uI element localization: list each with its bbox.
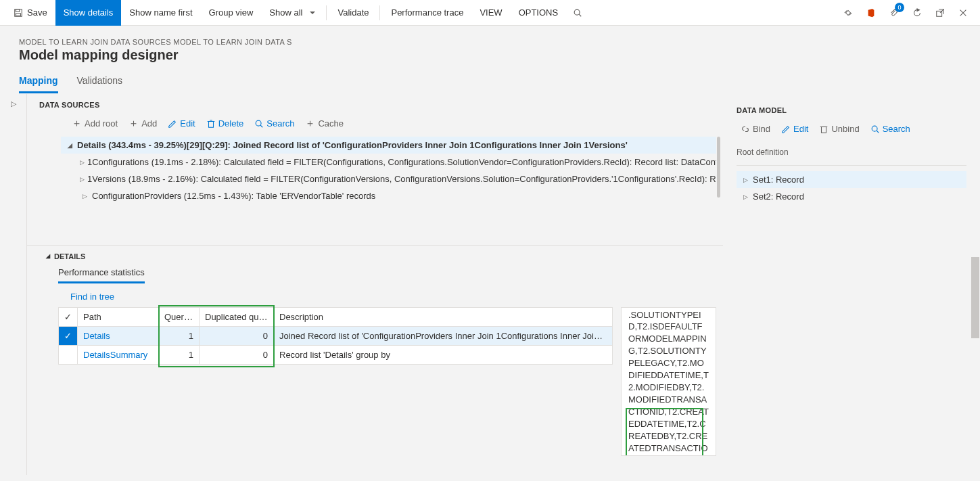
edit-button[interactable]: Edit	[164, 114, 199, 133]
left-gutter: ▷	[0, 94, 27, 475]
svg-line-12	[260, 125, 262, 127]
save-label: Save	[27, 7, 47, 18]
close-icon	[958, 8, 968, 18]
caret-icon[interactable]: ▷	[741, 193, 750, 200]
tree-scrollbar[interactable]	[717, 137, 720, 245]
cell-queries: 1	[159, 326, 200, 345]
body-region: ▷ DATA SOURCES ＋Add root ＋Add Edit Delet…	[0, 94, 980, 475]
details-toggle[interactable]: ◢DETAILS	[46, 252, 85, 260]
app-toolbar: Save Show details Show name first Group …	[0, 0, 980, 26]
path-link[interactable]: DetailsSummary	[83, 350, 147, 360]
stats-grid-wrap: ✓ Path Queries Duplicated queries Descri…	[58, 307, 613, 456]
delete-button[interactable]: Delete	[202, 114, 248, 133]
divider	[737, 165, 966, 166]
gutter-expand[interactable]: ▷	[0, 94, 26, 113]
refresh-button[interactable]	[906, 0, 929, 26]
caret-icon[interactable]: ▷	[80, 159, 85, 166]
save-icon	[14, 8, 23, 18]
dm-row-set1[interactable]: ▷Set1: Record	[737, 171, 966, 188]
row-check[interactable]	[59, 345, 78, 364]
col-desc[interactable]: Description	[274, 307, 613, 326]
cell-dup: 0	[200, 326, 274, 345]
close-button[interactable]	[952, 0, 975, 26]
pencil-icon	[781, 124, 791, 134]
caret-icon[interactable]: ◢	[65, 142, 74, 149]
bind-button[interactable]: Bind	[737, 121, 774, 137]
caret-icon[interactable]: ▷	[80, 193, 89, 200]
popout-icon	[935, 8, 945, 18]
office-icon	[866, 8, 876, 18]
tree-row-configproviders[interactable]: ▷ConfigurationProviders (12.5ms - 1.43%)…	[61, 187, 716, 204]
details-body: ✓ Path Queries Duplicated queries Descri…	[46, 307, 716, 456]
separator	[379, 5, 380, 20]
cell-desc: Record list 'Details' group by	[274, 345, 613, 364]
tab-row: Mapping Validations	[0, 68, 980, 94]
view-button[interactable]: VIEW	[471, 0, 510, 26]
dm-row-set2[interactable]: ▷Set2: Record	[737, 188, 966, 205]
search-icon	[573, 8, 582, 18]
cell-dup: 0	[200, 345, 274, 364]
col-queries[interactable]: Queries	[159, 307, 200, 326]
data-sources-tree: ◢Details (343.4ms - 39.25%)[29][Q:29]: J…	[27, 137, 723, 245]
link-icon-button[interactable]	[837, 0, 860, 26]
svg-rect-13	[822, 127, 826, 133]
tree-row-1configurations[interactable]: ▷1Configurations (19.1ms - 2.18%): Calcu…	[61, 154, 716, 170]
grid-header-row: ✓ Path Queries Duplicated queries Descri…	[59, 307, 613, 326]
tab-mapping[interactable]: Mapping	[19, 75, 58, 93]
options-button[interactable]: OPTIONS	[511, 0, 567, 26]
performance-statistics-tab[interactable]: Performance statistics	[58, 267, 145, 283]
main-column: DATA SOURCES ＋Add root ＋Add Edit Delete …	[27, 94, 723, 475]
cell-desc: Joined Record list of 'ConfigurationProv…	[274, 326, 613, 345]
office-button[interactable]	[860, 0, 883, 26]
add-button[interactable]: ＋Add	[124, 114, 161, 133]
col-check[interactable]: ✓	[59, 307, 78, 326]
separator	[326, 5, 327, 20]
path-link[interactable]: Details	[83, 331, 110, 341]
page-title: Model mapping designer	[19, 47, 961, 63]
unbind-button[interactable]: Unbind	[815, 121, 863, 137]
performance-trace-button[interactable]: Performance trace	[383, 0, 471, 26]
popout-button[interactable]	[929, 0, 952, 26]
tree-row-1versions[interactable]: ▷1Versions (18.9ms - 2.16%): Calculated …	[61, 170, 716, 187]
sql-pane[interactable]: .SOLUTIONTYPEID,T2.ISDEFAULTFORMODELMAPP…	[621, 307, 716, 456]
link-icon	[741, 124, 750, 134]
stats-grid: ✓ Path Queries Duplicated queries Descri…	[58, 307, 613, 365]
col-dup[interactable]: Duplicated queries	[200, 307, 274, 326]
show-details-button[interactable]: Show details	[55, 0, 122, 26]
tab-validations[interactable]: Validations	[77, 75, 122, 93]
group-view-button[interactable]: Group view	[201, 0, 262, 26]
dm-edit-button[interactable]: Edit	[777, 121, 812, 137]
cache-button[interactable]: ＋Cache	[301, 114, 348, 133]
grid-row[interactable]: DetailsSummary 1 0 Record list 'Details'…	[59, 345, 613, 364]
highlight-box-sql	[626, 408, 703, 456]
find-in-tree-link[interactable]: Find in tree	[70, 292, 114, 302]
caret-icon[interactable]: ▷	[80, 176, 85, 183]
ds-search-button[interactable]: Search	[250, 114, 298, 133]
page-header: MODEL TO LEARN JOIN DATA SOURCES MODEL T…	[0, 26, 980, 68]
row-check[interactable]: ✓	[59, 326, 78, 345]
save-button[interactable]: Save	[5, 0, 55, 26]
grid-row[interactable]: ✓ Details 1 0 Joined Record list of 'Con…	[59, 326, 613, 345]
svg-point-3	[574, 9, 580, 15]
trash-icon	[819, 124, 829, 134]
show-name-first-button[interactable]: Show name first	[121, 0, 200, 26]
pencil-icon	[168, 119, 177, 129]
badge-count: 0	[895, 3, 904, 12]
search-button[interactable]	[566, 0, 589, 26]
svg-rect-2	[16, 13, 21, 16]
dm-search-button[interactable]: Search	[866, 121, 914, 137]
search-icon	[870, 124, 880, 134]
add-root-button[interactable]: ＋Add root	[68, 114, 122, 133]
data-sources-header: DATA SOURCES	[27, 94, 723, 113]
details-section: ◢DETAILS Performance statistics Find in …	[27, 245, 723, 456]
data-model-panel: DATA MODEL Bind Edit Unbind Search Root …	[723, 94, 980, 475]
show-all-dropdown[interactable]: Show all	[261, 0, 323, 26]
svg-rect-1	[16, 9, 20, 12]
search-icon	[254, 119, 264, 129]
caret-icon[interactable]: ▷	[741, 177, 750, 183]
attachments-button[interactable]: 0	[883, 0, 906, 26]
validate-button[interactable]: Validate	[329, 0, 377, 26]
page-scrollbar[interactable]	[971, 81, 979, 372]
col-path[interactable]: Path	[78, 307, 159, 326]
tree-row-details[interactable]: ◢Details (343.4ms - 39.25%)[29][Q:29]: J…	[61, 137, 716, 154]
